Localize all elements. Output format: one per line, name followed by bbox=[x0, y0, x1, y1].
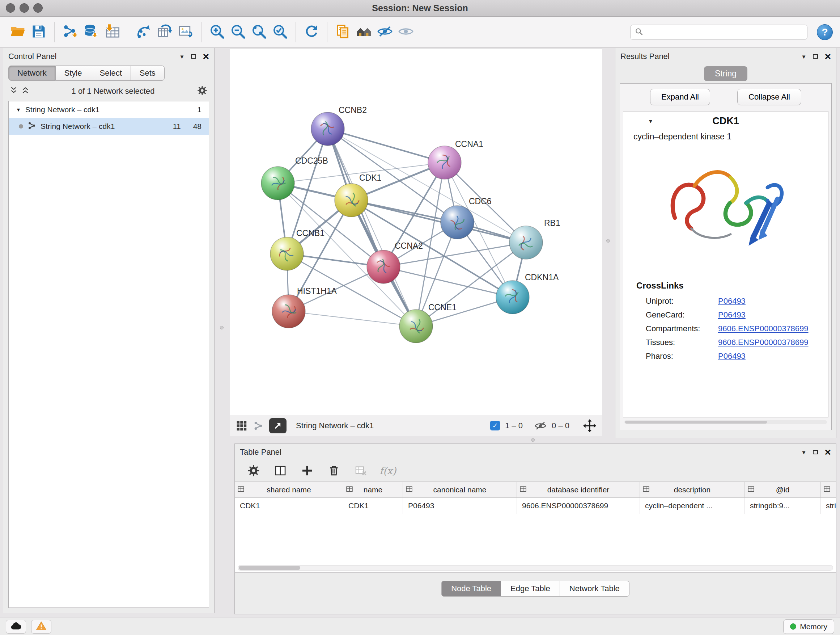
node-sphere[interactable] bbox=[441, 206, 474, 239]
close-panel-icon[interactable]: × bbox=[824, 53, 831, 60]
collapse-section-icon[interactable]: ▼ bbox=[648, 118, 653, 124]
minimize-window-button[interactable] bbox=[19, 3, 29, 13]
network-edge[interactable] bbox=[289, 311, 416, 326]
float-panel-icon[interactable] bbox=[813, 450, 818, 454]
table-scrollbar-thumb[interactable] bbox=[239, 566, 300, 570]
network-node-hist1h1a[interactable] bbox=[272, 295, 305, 328]
help-button[interactable]: ? bbox=[817, 24, 833, 40]
tab-network[interactable]: Network bbox=[8, 65, 56, 81]
close-window-button[interactable] bbox=[6, 3, 15, 13]
gene-card-header[interactable]: ▼ CDK1 bbox=[623, 111, 828, 130]
show-graphics-details-button[interactable] bbox=[354, 21, 374, 43]
open-session-button[interactable] bbox=[7, 21, 28, 43]
show-columns-icon[interactable] bbox=[272, 463, 288, 478]
network-node-ccnb2[interactable] bbox=[311, 112, 344, 146]
node-sphere[interactable] bbox=[367, 250, 400, 283]
column-header-database-identifier[interactable]: database identifier bbox=[517, 482, 640, 497]
collapse-all-button[interactable]: Collapse All bbox=[737, 89, 801, 105]
results-scrollbar-thumb[interactable] bbox=[625, 421, 767, 424]
column-header-shared-name[interactable]: shared name bbox=[235, 482, 343, 497]
node-sphere[interactable] bbox=[311, 112, 344, 146]
add-column-icon[interactable] bbox=[299, 463, 315, 478]
network-node-ccne1[interactable] bbox=[399, 310, 433, 343]
table-row[interactable]: CDK1 CDK1 P06493 9606.ENSP00000378699 cy… bbox=[235, 498, 836, 514]
expand-all-icon[interactable] bbox=[21, 86, 29, 96]
new-network-from-selection-button[interactable] bbox=[133, 21, 154, 43]
memory-button[interactable]: Memory bbox=[783, 619, 834, 634]
column-header-namespace[interactable]: namespac bbox=[821, 482, 836, 497]
tab-select[interactable]: Select bbox=[91, 65, 131, 81]
cell-database-identifier[interactable]: 9606.ENSP00000378699 bbox=[517, 498, 640, 514]
tab-sets[interactable]: Sets bbox=[131, 65, 164, 81]
node-sphere[interactable] bbox=[270, 237, 303, 271]
hide-selected-button[interactable] bbox=[374, 21, 395, 43]
network-node-cdkn1a[interactable] bbox=[496, 280, 529, 314]
warnings-button[interactable] bbox=[31, 620, 51, 633]
column-header-canonical-name[interactable]: canonical name bbox=[403, 482, 517, 497]
tab-network-table[interactable]: Network Table bbox=[560, 581, 630, 597]
clone-network-button[interactable] bbox=[332, 21, 354, 43]
tab-string[interactable]: String bbox=[704, 66, 747, 81]
network-node-ccnb1[interactable] bbox=[270, 237, 303, 271]
column-header-id[interactable]: @id bbox=[745, 482, 821, 497]
refresh-button[interactable] bbox=[301, 21, 322, 43]
network-node-cdk1[interactable] bbox=[335, 184, 368, 217]
cell-namespace[interactable]: stringdb bbox=[821, 498, 836, 514]
panel-menu-icon[interactable]: ▼ bbox=[180, 54, 185, 60]
search-input[interactable] bbox=[646, 27, 803, 37]
cloud-status-button[interactable] bbox=[6, 620, 26, 633]
gear-icon[interactable] bbox=[197, 85, 208, 97]
node-sphere[interactable] bbox=[496, 280, 529, 314]
network-node-rb1[interactable] bbox=[509, 226, 543, 259]
float-panel-icon[interactable] bbox=[191, 54, 196, 59]
zoom-out-button[interactable] bbox=[227, 21, 248, 43]
cell-shared-name[interactable]: CDK1 bbox=[235, 498, 343, 514]
zoom-in-button[interactable] bbox=[207, 21, 227, 43]
pan-crosshair-icon[interactable] bbox=[583, 419, 596, 432]
import-network-from-file-button[interactable] bbox=[60, 21, 81, 43]
open-in-new-window-button[interactable] bbox=[269, 418, 286, 433]
bottom-splitter-handle[interactable] bbox=[531, 438, 535, 442]
close-panel-icon[interactable]: × bbox=[824, 448, 831, 456]
cell-canonical-name[interactable]: P06493 bbox=[403, 498, 517, 514]
cell-id[interactable]: stringdb:9... bbox=[745, 498, 821, 514]
tab-node-table[interactable]: Node Table bbox=[441, 581, 501, 597]
tree-expander-icon[interactable]: ▼ bbox=[16, 107, 21, 112]
cell-description[interactable]: cyclin–dependent ... bbox=[640, 498, 745, 514]
node-sphere[interactable] bbox=[509, 226, 543, 259]
panel-menu-icon[interactable]: ▼ bbox=[801, 449, 807, 455]
network-edge[interactable] bbox=[351, 200, 526, 242]
crosslink-tissues-link[interactable]: 9606.ENSP00000378699 bbox=[718, 338, 808, 347]
results-scrollbar[interactable] bbox=[624, 420, 827, 424]
expand-all-button[interactable]: Expand All bbox=[650, 89, 710, 105]
zoom-selected-button[interactable] bbox=[270, 21, 291, 43]
tab-style[interactable]: Style bbox=[56, 65, 91, 81]
birds-eye-grid-icon[interactable] bbox=[236, 420, 248, 432]
network-row-selected[interactable]: String Network – cdk1 11 48 bbox=[9, 118, 209, 135]
collapse-all-icon[interactable] bbox=[10, 86, 18, 96]
left-splitter-handle[interactable] bbox=[220, 326, 224, 329]
export-network-button[interactable] bbox=[154, 21, 175, 43]
import-network-from-database-button[interactable] bbox=[81, 21, 102, 43]
network-share-icon[interactable] bbox=[253, 421, 264, 431]
cell-name[interactable]: CDK1 bbox=[343, 498, 403, 514]
crosslink-uniprot-link[interactable]: P06493 bbox=[718, 296, 745, 306]
node-sphere[interactable] bbox=[335, 184, 368, 217]
crosslink-genecard-link[interactable]: P06493 bbox=[718, 310, 745, 320]
maximize-window-button[interactable] bbox=[33, 3, 43, 13]
network-node-cdc6[interactable] bbox=[441, 206, 474, 239]
close-panel-icon[interactable]: × bbox=[202, 53, 209, 60]
network-edge[interactable] bbox=[328, 129, 416, 326]
column-header-description[interactable]: description bbox=[640, 482, 745, 497]
network-collection-row[interactable]: ▼ String Network – cdk1 1 bbox=[9, 101, 209, 118]
table-settings-gear-icon[interactable] bbox=[246, 463, 262, 478]
zoom-fit-button[interactable] bbox=[248, 21, 270, 43]
node-sphere[interactable] bbox=[261, 166, 294, 200]
table-horizontal-scrollbar[interactable] bbox=[238, 565, 833, 570]
delete-column-trash-icon[interactable] bbox=[326, 463, 342, 478]
node-sphere[interactable] bbox=[399, 310, 433, 343]
node-sphere[interactable] bbox=[428, 146, 461, 179]
float-panel-icon[interactable] bbox=[813, 54, 818, 59]
export-image-button[interactable] bbox=[175, 21, 196, 43]
network-canvas[interactable]: CCNB2CCNA1CDC25BCDK1CDC6RB1CCNB1CCNA2CDK… bbox=[230, 49, 603, 415]
